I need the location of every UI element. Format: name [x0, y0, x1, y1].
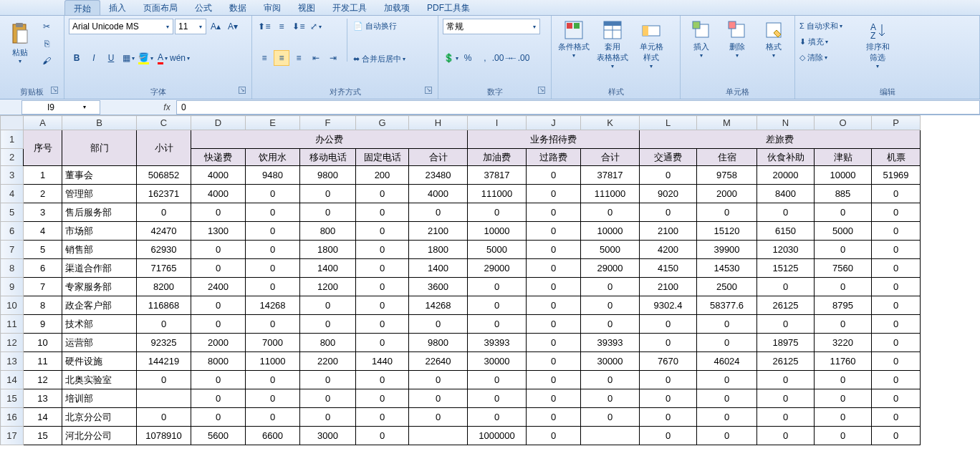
- cell[interactable]: 0: [872, 203, 921, 222]
- cell[interactable]: 0: [872, 315, 921, 334]
- cell[interactable]: 0: [409, 315, 468, 334]
- font-size-input[interactable]: [176, 19, 196, 34]
- cell[interactable]: 0: [581, 371, 640, 389]
- cell[interactable]: 39393: [581, 334, 640, 352]
- row-header-13[interactable]: 13: [1, 352, 24, 371]
- cell[interactable]: 9758: [697, 166, 757, 185]
- col-header-H[interactable]: H: [409, 116, 468, 130]
- row-header-12[interactable]: 12: [1, 334, 24, 352]
- cell[interactable]: 116868: [137, 296, 191, 315]
- cell[interactable]: 0: [640, 334, 697, 352]
- cell[interactable]: 23480: [409, 166, 468, 185]
- comma-button[interactable]: ,: [477, 50, 493, 66]
- cell[interactable]: 3600: [409, 278, 468, 296]
- cell[interactable]: 30000: [468, 352, 527, 371]
- cell[interactable]: 0: [697, 389, 757, 408]
- cell[interactable]: 144219: [137, 352, 191, 371]
- row-header-6[interactable]: 6: [1, 222, 24, 241]
- cell-styles-button[interactable]: 单元格 样式▾: [633, 19, 669, 69]
- phonetic-button[interactable]: wén: [172, 50, 188, 66]
- cell[interactable]: 0: [527, 241, 581, 259]
- cell[interactable]: 0: [300, 296, 356, 315]
- cell[interactable]: 0: [527, 315, 581, 334]
- decrease-font-button[interactable]: A▾: [225, 19, 241, 34]
- insert-cells-button[interactable]: 插入▾: [685, 19, 718, 59]
- cell[interactable]: 0: [527, 334, 581, 352]
- cell[interactable]: 10000: [815, 166, 872, 185]
- cell[interactable]: 8000: [191, 352, 246, 371]
- cell[interactable]: 0: [815, 203, 872, 222]
- cell[interactable]: 0: [697, 371, 757, 389]
- cell[interactable]: 0: [872, 222, 921, 241]
- col-header-C[interactable]: C: [137, 116, 191, 130]
- row-header-7[interactable]: 7: [1, 241, 24, 259]
- cell[interactable]: 0: [137, 371, 191, 389]
- cell[interactable]: 0: [815, 278, 872, 296]
- col-header-G[interactable]: G: [356, 116, 409, 130]
- cell[interactable]: 1400: [300, 259, 356, 278]
- cell[interactable]: 4200: [640, 241, 697, 259]
- cell[interactable]: 0: [697, 408, 757, 427]
- format-painter-button[interactable]: 🖌: [39, 53, 54, 69]
- cell[interactable]: 0: [246, 241, 300, 259]
- cell[interactable]: 0: [581, 203, 640, 222]
- row-header-2[interactable]: 2: [1, 149, 24, 166]
- cell[interactable]: 14530: [697, 259, 757, 278]
- col-header-I[interactable]: I: [468, 116, 527, 130]
- fill-button[interactable]: ⬇ 填充: [799, 34, 857, 49]
- col-header-N[interactable]: N: [757, 116, 815, 130]
- cell[interactable]: 0: [872, 427, 921, 445]
- cell[interactable]: 0: [300, 389, 356, 408]
- formula-input[interactable]: [176, 100, 980, 115]
- cell[interactable]: 39900: [697, 241, 757, 259]
- align-middle-button[interactable]: ≡: [274, 19, 289, 34]
- cell[interactable]: 2100: [409, 222, 468, 241]
- cell[interactable]: 1078910: [137, 427, 191, 445]
- cell[interactable]: 10000: [468, 222, 527, 241]
- cell[interactable]: 销售部: [62, 241, 137, 259]
- cell[interactable]: 0: [246, 315, 300, 334]
- tab-视图[interactable]: 视图: [289, 0, 324, 15]
- orientation-button[interactable]: ⤢: [308, 19, 324, 34]
- cell[interactable]: 1200: [300, 278, 356, 296]
- cell[interactable]: 0: [815, 315, 872, 334]
- cell[interactable]: 2100: [640, 278, 697, 296]
- tab-开始[interactable]: 开始: [64, 0, 100, 15]
- align-right-button[interactable]: ≡: [291, 50, 307, 66]
- cell[interactable]: 2: [24, 185, 62, 203]
- cell[interactable]: 4000: [191, 166, 246, 185]
- merge-center-button[interactable]: ⬌ 合并后居中: [353, 52, 405, 66]
- font-color-button[interactable]: A: [155, 50, 170, 66]
- cell[interactable]: 市场部: [62, 222, 137, 241]
- cell[interactable]: 6150: [757, 222, 815, 241]
- cell[interactable]: 39393: [468, 334, 527, 352]
- cell[interactable]: 162371: [137, 185, 191, 203]
- cell[interactable]: 管理部: [62, 185, 137, 203]
- cell[interactable]: 800: [300, 334, 356, 352]
- cell[interactable]: 0: [757, 408, 815, 427]
- cell[interactable]: 0: [527, 427, 581, 445]
- delete-cells-button[interactable]: 删除▾: [721, 19, 754, 59]
- cell[interactable]: 4000: [409, 185, 468, 203]
- align-left-button[interactable]: ≡: [256, 50, 272, 66]
- row-header-3[interactable]: 3: [1, 166, 24, 185]
- col-header-O[interactable]: O: [815, 116, 872, 130]
- cell[interactable]: 0: [246, 371, 300, 389]
- cell[interactable]: 北京分公司: [62, 408, 137, 427]
- increase-indent-button[interactable]: ⇥: [325, 50, 341, 66]
- cell[interactable]: 0: [246, 389, 300, 408]
- cell[interactable]: 0: [527, 185, 581, 203]
- spreadsheet-grid[interactable]: ABCDEFGHIJKLMNOP1序号部门小计办公费业务招待费差旅费2快递费饮用…: [0, 115, 980, 451]
- font-launcher[interactable]: ↘: [239, 87, 246, 94]
- cell[interactable]: 1400: [409, 259, 468, 278]
- cell[interactable]: 10000: [581, 222, 640, 241]
- cell[interactable]: 1300: [191, 222, 246, 241]
- cell[interactable]: 0: [468, 278, 527, 296]
- cell[interactable]: 0: [527, 259, 581, 278]
- cell[interactable]: 71765: [137, 259, 191, 278]
- cell[interactable]: 技术部: [62, 315, 137, 334]
- number-format-input[interactable]: [443, 19, 529, 34]
- tab-页面布局[interactable]: 页面布局: [135, 0, 186, 15]
- cell[interactable]: 0: [815, 427, 872, 445]
- alignment-launcher[interactable]: ↘: [425, 87, 432, 94]
